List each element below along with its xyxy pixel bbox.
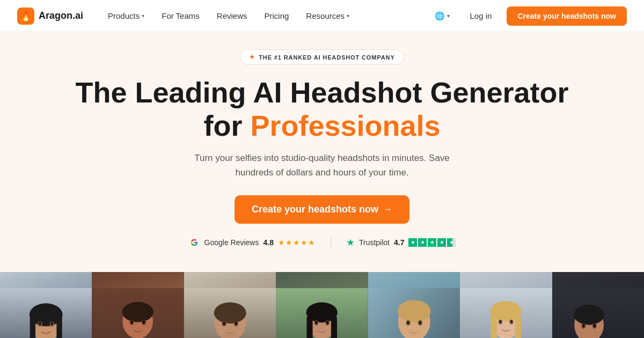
badge-star-icon: ✦ xyxy=(249,53,255,61)
svg-point-8 xyxy=(50,321,53,325)
svg-point-60 xyxy=(593,324,596,327)
hero-title-line1: The Leading AI Headshot Generator xyxy=(75,76,568,108)
nav-products[interactable]: Products ▾ xyxy=(100,7,152,25)
svg-point-56 xyxy=(574,304,604,325)
logo-text: Aragon.ai xyxy=(39,10,83,21)
ranked-badge: ✦ THE #1 RANKED AI HEADSHOT COMPANY xyxy=(240,49,404,65)
language-button[interactable]: 🌐 ▾ xyxy=(429,8,455,24)
hero-title-for: for xyxy=(203,109,250,142)
nav-resources[interactable]: Resources ▾ xyxy=(298,7,357,25)
photo-item-4 xyxy=(276,272,368,338)
svg-point-52 xyxy=(499,320,502,324)
svg-point-26 xyxy=(222,321,225,326)
tp-star-2: ★ xyxy=(418,238,427,247)
nav-right: 🌐 ▾ Log in Create your headshots now xyxy=(429,6,627,26)
trustpilot-score: 4.7 xyxy=(394,238,404,247)
photo-strip: ✦ ✦ AI Generated by Aragon xyxy=(0,272,644,338)
reviews-divider xyxy=(331,237,331,248)
nav-links: Products ▾ For Teams Reviews Pricing Res… xyxy=(100,7,429,25)
google-stars: ★★★★★ xyxy=(278,238,316,247)
svg-point-37 xyxy=(326,320,329,324)
svg-point-12 xyxy=(122,302,153,322)
photo-item-6: ✦ AI Generated by Aragon xyxy=(460,272,552,338)
svg-rect-32 xyxy=(307,315,313,338)
hero-cta-label: Create your headshots now xyxy=(252,204,378,215)
google-icon xyxy=(188,237,200,248)
svg-point-40 xyxy=(398,300,431,322)
chevron-down-icon: ▾ xyxy=(447,13,450,19)
nav-for-teams[interactable]: For Teams xyxy=(154,7,207,25)
photo-item-7: ✦ AI Ge... xyxy=(552,272,644,338)
trustpilot-label: Trustpilot xyxy=(359,238,390,247)
svg-rect-48 xyxy=(491,314,497,338)
svg-point-23 xyxy=(214,302,246,323)
svg-rect-4 xyxy=(56,315,62,338)
svg-point-20 xyxy=(143,320,145,324)
trustpilot-review: ★ Trustpilot 4.7 ★ ★ ★ ★ ★ xyxy=(346,237,456,248)
svg-point-53 xyxy=(510,320,513,324)
reviews-row: Google Reviews 4.8 ★★★★★ ★ Trustpilot 4.… xyxy=(11,237,633,248)
navbar: 🔥 Aragon.ai Products ▾ For Teams Reviews… xyxy=(0,0,644,32)
tp-star-1: ★ xyxy=(408,238,417,247)
google-label: Google Reviews xyxy=(204,238,259,247)
photo-item-2 xyxy=(92,272,184,338)
svg-point-36 xyxy=(315,320,318,324)
photo-item-1 xyxy=(0,272,92,338)
svg-rect-3 xyxy=(30,315,35,338)
hero-cta-button[interactable]: Create your headshots now → xyxy=(235,195,409,224)
svg-point-19 xyxy=(130,320,133,324)
tp-star-5: ★ xyxy=(447,238,456,247)
badge-text: THE #1 RANKED AI HEADSHOT COMPANY xyxy=(259,54,394,61)
hero-title-accent: Professionals xyxy=(250,109,440,142)
flame-icon: 🔥 xyxy=(20,10,32,22)
trustpilot-star-icon: ★ xyxy=(346,237,355,248)
nav-cta-button[interactable]: Create your headshots now xyxy=(507,6,627,26)
tp-star-4: ★ xyxy=(437,238,446,247)
hero-section: ✦ THE #1 RANKED AI HEADSHOT COMPANY The … xyxy=(0,32,644,272)
hero-subtitle: Turn your selfies into studio-quality he… xyxy=(193,151,451,180)
chevron-down-icon: ▾ xyxy=(142,13,144,19)
svg-rect-28 xyxy=(222,334,238,337)
logo[interactable]: 🔥 Aragon.ai xyxy=(17,8,83,25)
svg-point-7 xyxy=(39,321,41,325)
photo-item-5: ✦ ✦ AI Generated by Aragon xyxy=(368,272,460,338)
svg-point-43 xyxy=(406,320,409,325)
nav-reviews[interactable]: Reviews xyxy=(209,7,255,25)
login-button[interactable]: Log in xyxy=(462,7,501,25)
svg-point-27 xyxy=(235,321,238,326)
globe-icon: 🌐 xyxy=(435,11,445,21)
svg-rect-49 xyxy=(515,314,521,338)
tp-star-3: ★ xyxy=(428,238,436,247)
hero-title: The Leading AI Headshot Generator for Pr… xyxy=(11,76,633,142)
logo-icon: 🔥 xyxy=(17,8,34,25)
svg-point-59 xyxy=(582,324,584,327)
photo-item-3 xyxy=(184,272,276,338)
google-score: 4.8 xyxy=(263,238,273,247)
google-review: Google Reviews 4.8 ★★★★★ xyxy=(188,237,316,248)
trustpilot-stars: ★ ★ ★ ★ ★ xyxy=(408,238,456,247)
arrow-icon: → xyxy=(383,204,392,215)
svg-rect-33 xyxy=(331,315,337,338)
chevron-down-icon: ▾ xyxy=(347,13,349,19)
svg-point-44 xyxy=(419,320,422,325)
nav-pricing[interactable]: Pricing xyxy=(257,7,296,25)
